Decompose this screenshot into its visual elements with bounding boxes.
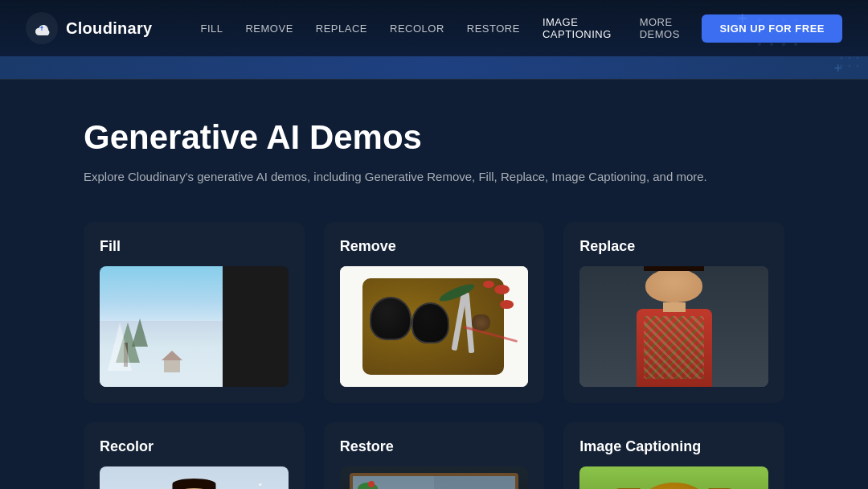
svg-point-4 <box>794 18 797 22</box>
plus-deco-1: + <box>737 8 747 29</box>
main-content: Generative AI Demos Explore Cloudinary's… <box>0 80 868 489</box>
card-image-captioning[interactable]: Image Captioning <box>563 422 784 489</box>
nav-image-captioning[interactable]: IMAGE CAPTIONING <box>533 11 627 45</box>
card-recolor[interactable]: Recolor <box>84 422 305 489</box>
svg-point-5 <box>758 31 761 34</box>
demo-grid: Fill Remove <box>84 222 784 489</box>
dots-deco-2 <box>837 54 862 77</box>
svg-point-14 <box>849 57 851 60</box>
card-restore-title: Restore <box>340 438 529 455</box>
page-title: Generative AI Demos <box>84 118 784 157</box>
logo[interactable]: Cloudinary <box>26 12 152 44</box>
card-replace[interactable]: Replace <box>563 222 784 403</box>
card-captioning-image <box>579 466 768 489</box>
svg-point-1 <box>758 18 761 22</box>
card-remove-image <box>340 266 529 387</box>
card-restore-image <box>340 466 529 489</box>
svg-point-11 <box>782 43 785 46</box>
nav-recolor[interactable]: RECOLOR <box>380 18 454 39</box>
fill-img-black-area <box>223 266 289 387</box>
svg-point-15 <box>857 57 859 60</box>
page-description: Explore Cloudinary's generative AI demos… <box>84 170 784 183</box>
cloudinary-logo-icon <box>26 12 58 44</box>
card-replace-image <box>579 266 768 387</box>
svg-point-17 <box>849 65 851 68</box>
card-captioning-title: Image Captioning <box>579 438 768 455</box>
nav-restore[interactable]: RESTORE <box>457 18 530 39</box>
card-fill-title: Fill <box>100 238 289 255</box>
svg-point-7 <box>782 31 785 34</box>
svg-point-2 <box>770 18 773 22</box>
card-remove-title: Remove <box>340 238 529 255</box>
nav-fill[interactable]: FILL <box>190 18 232 39</box>
card-remove[interactable]: Remove <box>324 222 545 403</box>
svg-point-6 <box>770 31 773 34</box>
svg-point-10 <box>770 43 773 46</box>
card-fill[interactable]: Fill <box>84 222 305 403</box>
logo-text: Cloudinary <box>66 19 152 38</box>
svg-point-3 <box>782 18 785 22</box>
dots-deco <box>755 16 804 51</box>
svg-point-8 <box>794 31 797 34</box>
svg-point-9 <box>758 43 761 46</box>
svg-point-12 <box>794 43 797 46</box>
card-fill-image <box>100 266 289 387</box>
svg-point-16 <box>841 65 843 68</box>
card-replace-title: Replace <box>579 238 768 255</box>
card-recolor-image <box>100 466 289 489</box>
nav-remove[interactable]: REMOVE <box>235 18 302 39</box>
fill-img-snow-scene <box>100 266 223 387</box>
main-nav: FILL REMOVE REPLACE RECOLOR RESTORE IMAG… <box>190 11 702 45</box>
svg-point-13 <box>841 57 843 60</box>
nav-replace[interactable]: REPLACE <box>306 18 377 39</box>
nav-more-demos[interactable]: MORE DEMOS <box>630 11 702 45</box>
header-accent-bar: + <box>0 56 868 79</box>
card-restore[interactable]: Restore <box>324 422 545 489</box>
card-recolor-title: Recolor <box>100 438 289 455</box>
svg-point-18 <box>857 65 859 68</box>
header: Cloudinary FILL REMOVE REPLACE RECOLOR R… <box>0 0 868 80</box>
